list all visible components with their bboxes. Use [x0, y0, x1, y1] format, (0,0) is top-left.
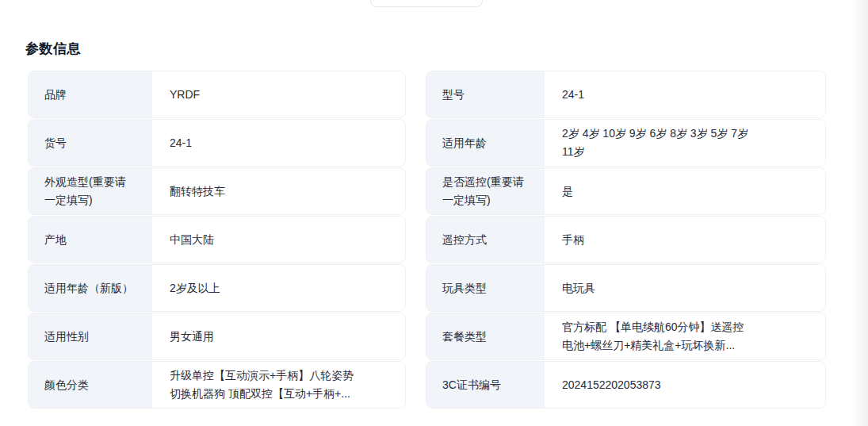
spec-label-cell: 玩具类型 — [426, 265, 545, 311]
spec-label: 3C证书编号 — [442, 376, 501, 394]
table-row: 型号 24-1 — [426, 71, 826, 118]
spec-label: 颜色分类 — [44, 376, 89, 394]
spec-value-cell: 手柄 — [545, 217, 825, 263]
spec-label-cell: 3C证书编号 — [426, 362, 545, 408]
spec-label: 型号 — [442, 86, 465, 104]
spec-label: 是否遥控(重要请一定填写) — [442, 173, 533, 209]
spec-label: 外观造型(重要请一定填写) — [44, 173, 136, 209]
spec-label: 适用年龄 — [442, 134, 487, 152]
spec-label-cell: 套餐类型 — [426, 313, 545, 359]
spec-label-cell: 型号 — [426, 71, 545, 117]
spec-label-cell: 适用年龄（新版） — [29, 265, 152, 311]
table-row: 遥控方式 手柄 — [426, 216, 826, 263]
spec-value: 手柄 — [562, 231, 584, 249]
table-row: 货号 24-1 — [28, 119, 406, 167]
table-row: 套餐类型 官方标配 【单电续航60分钟】送遥控电池+螺丝刀+精美礼盒+玩坏换新.… — [426, 313, 826, 360]
spec-label: 玩具类型 — [442, 279, 487, 297]
page-title: 参数信息 — [25, 40, 81, 58]
table-row: 产地 中国大陆 — [28, 216, 406, 263]
spec-value: 24-1 — [170, 134, 192, 152]
spec-label-cell: 颜色分类 — [29, 362, 152, 408]
spec-label: 遥控方式 — [442, 231, 487, 249]
spec-value: 男女通用 — [170, 328, 214, 346]
table-row: 适用年龄（新版） 2岁及以上 — [28, 264, 406, 312]
spec-value-cell: 2岁及以上 — [152, 265, 405, 311]
spec-value: YRDF — [170, 86, 200, 104]
spec-value: 24-1 — [562, 86, 584, 104]
spec-label-cell: 遥控方式 — [426, 217, 545, 263]
right-edge-shadow — [851, 0, 868, 426]
spec-value: 电玩具 — [562, 279, 595, 297]
spec-value-cell: 2岁 4岁 10岁 9岁 6岁 8岁 3岁 5岁 7岁 11岁 — [545, 120, 825, 166]
spec-label-cell: 品牌 — [29, 71, 152, 117]
spec-label: 适用年龄（新版） — [44, 279, 133, 297]
table-row: 适用性别 男女通用 — [28, 313, 406, 360]
spec-value-cell: 男女通用 — [152, 313, 405, 359]
table-row: 适用年龄 2岁 4岁 10岁 9岁 6岁 8岁 3岁 5岁 7岁 11岁 — [426, 119, 826, 167]
spec-value-cell: 升级单控【互动演示+手柄】八轮姿势切换机器狗 顶配双控【互动+手柄+... — [152, 362, 405, 408]
spec-label-cell: 是否遥控(重要请一定填写) — [426, 168, 545, 214]
spec-value-cell: 24-1 — [152, 120, 405, 166]
spec-value: 是 — [562, 182, 573, 201]
spec-label: 套餐类型 — [442, 328, 487, 346]
top-partial-button[interactable] — [370, 0, 483, 7]
spec-label-cell: 货号 — [29, 120, 152, 166]
table-row: 外观造型(重要请一定填写) 翻转特技车 — [28, 167, 406, 215]
spec-value-cell: 2024152202053873 — [545, 362, 825, 408]
spec-table-right-column: 型号 24-1 适用年龄 2岁 4岁 10岁 9岁 6岁 8岁 3岁 5岁 7岁… — [426, 71, 826, 409]
spec-value: 翻转特技车 — [170, 182, 225, 201]
spec-value-cell: 电玩具 — [545, 265, 825, 311]
table-row: 品牌 YRDF — [28, 71, 406, 118]
spec-value-cell: 24-1 — [545, 71, 825, 117]
table-row: 是否遥控(重要请一定填写) 是 — [426, 167, 826, 215]
spec-label-cell: 适用性别 — [29, 313, 152, 359]
spec-value-cell: 翻转特技车 — [152, 168, 405, 214]
spec-label-cell: 外观造型(重要请一定填写) — [29, 168, 152, 214]
spec-value-cell: 中国大陆 — [152, 217, 405, 263]
spec-value-cell: 官方标配 【单电续航60分钟】送遥控电池+螺丝刀+精美礼盒+玩坏换新... — [545, 313, 825, 359]
spec-table-left-column: 品牌 YRDF 货号 24-1 外观造型(重要请一定填写) 翻转特技车 产地 中… — [28, 71, 406, 409]
spec-label-cell: 产地 — [29, 217, 152, 263]
spec-label-cell: 适用年龄 — [426, 120, 545, 166]
spec-value-cell: YRDF — [152, 71, 405, 117]
spec-value: 官方标配 【单电续航60分钟】送遥控电池+螺丝刀+精美礼盒+玩坏换新... — [562, 318, 752, 355]
spec-value: 2岁及以上 — [170, 279, 220, 297]
spec-value: 2024152202053873 — [562, 376, 661, 394]
spec-label: 产地 — [44, 231, 67, 249]
spec-value-cell: 是 — [545, 168, 825, 214]
spec-value: 2岁 4岁 10岁 9岁 6岁 8岁 3岁 5岁 7岁 11岁 — [562, 125, 752, 161]
table-row: 3C证书编号 2024152202053873 — [426, 361, 826, 409]
table-row: 玩具类型 电玩具 — [426, 264, 826, 312]
table-row: 颜色分类 升级单控【互动演示+手柄】八轮姿势切换机器狗 顶配双控【互动+手柄+.… — [28, 361, 406, 409]
spec-label: 品牌 — [44, 86, 67, 104]
spec-label: 适用性别 — [44, 328, 89, 346]
spec-label: 货号 — [44, 134, 67, 152]
spec-value: 中国大陆 — [170, 231, 214, 249]
spec-value: 升级单控【互动演示+手柄】八轮姿势切换机器狗 顶配双控【互动+手柄+... — [170, 367, 360, 403]
